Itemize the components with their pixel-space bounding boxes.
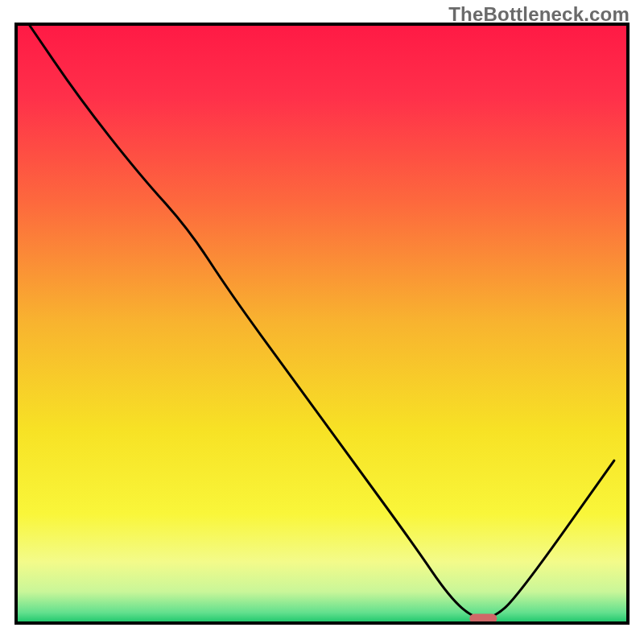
watermark-text: TheBottleneck.com	[448, 3, 630, 26]
plot-background	[18, 26, 626, 621]
bottleneck-chart: TheBottleneck.com	[0, 0, 644, 644]
chart-svg	[0, 0, 644, 644]
